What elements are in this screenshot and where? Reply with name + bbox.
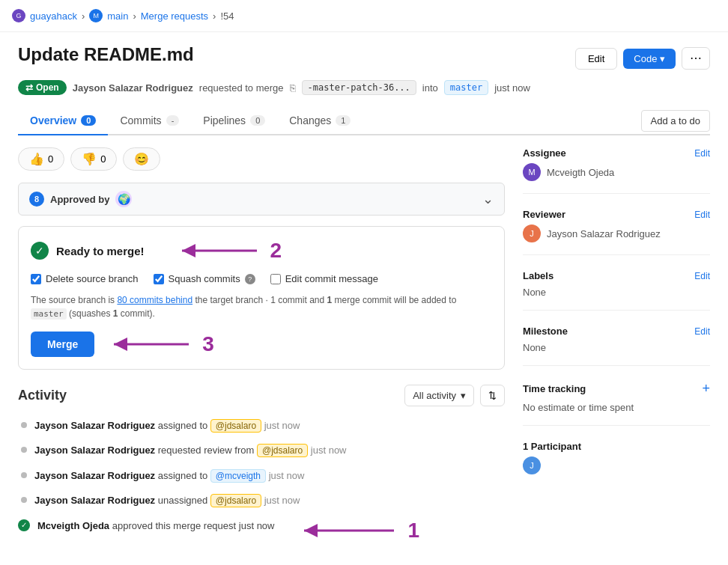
- list-item: ✓ Mcveigth Ojeda approved this merge req…: [18, 519, 505, 543]
- reviewer-label: Reviewer: [523, 209, 565, 220]
- thumbsdown-icon: 👎: [82, 152, 97, 166]
- source-branch: -master-patch-36...: [302, 80, 416, 95]
- participants-label: 1 Participant: [523, 441, 581, 452]
- mr-time: just now: [494, 82, 530, 94]
- approved-dot: ✓: [18, 519, 30, 531]
- world-icon: 🌍: [115, 191, 132, 207]
- delete-source-checkbox[interactable]: [31, 274, 41, 284]
- activity-title: Activity: [18, 388, 67, 403]
- time-tracking-label: Time tracking: [523, 383, 586, 394]
- activity-text: Jayson Salazar Rodriguez assigned to @mc…: [34, 468, 304, 483]
- emoji-vote[interactable]: 😊: [123, 147, 160, 171]
- milestone-value: None: [523, 342, 546, 353]
- tab-pipelines[interactable]: Pipelines 0: [191, 107, 277, 135]
- edit-button[interactable]: Edit: [575, 48, 617, 70]
- sidebar-time-section: Time tracking + No estimate or time spen…: [523, 381, 710, 426]
- breadcrumb-avatar2: M: [89, 9, 103, 22]
- labels-edit-button[interactable]: Edit: [694, 271, 710, 281]
- reviewer-edit-button[interactable]: Edit: [694, 210, 710, 220]
- labels-value: None: [523, 287, 546, 298]
- activity-text: Jayson Salazar Rodriguez assigned to @jd…: [34, 418, 300, 433]
- thumbsdown-count: 0: [100, 153, 106, 165]
- into-text: into: [422, 82, 438, 94]
- copy-icon: ⎘: [290, 82, 296, 94]
- merge-box: ✓ Ready to merge! 2: [18, 226, 505, 370]
- activity-dot: [21, 497, 27, 503]
- mr-author: Jayson Salazar Rodriguez: [73, 82, 193, 94]
- labels-label: Labels: [523, 270, 553, 281]
- thumbsup-icon: 👍: [29, 152, 44, 166]
- mr-action: requested to merge: [199, 82, 284, 94]
- activity-dot: [21, 447, 27, 453]
- squash-commits-checkbox-label[interactable]: Squash commits ?: [154, 273, 255, 284]
- activity-text: Jayson Salazar Rodriguez requested revie…: [34, 443, 347, 458]
- approved-dropdown[interactable]: ⌄: [482, 191, 494, 207]
- commits-behind-link[interactable]: 80 commits behind: [117, 295, 192, 305]
- breadcrumb-avatar: G: [12, 9, 25, 22]
- sidebar-milestone-section: Milestone Edit None: [523, 326, 710, 366]
- list-item: Jayson Salazar Rodriguez assigned to @mc…: [18, 468, 505, 483]
- reviewer-avatar: J: [523, 225, 541, 242]
- breadcrumb-sep1: ›: [82, 10, 85, 22]
- breadcrumb-sep2: ›: [133, 10, 136, 22]
- list-item: Jayson Salazar Rodriguez unassigned @jds…: [18, 493, 505, 508]
- edit-commit-checkbox[interactable]: [270, 274, 281, 284]
- annotation-arrow-1: 1: [297, 519, 419, 543]
- activity-dot: [21, 472, 27, 478]
- merge-info-text: The source branch is 80 commits behind t…: [31, 293, 492, 321]
- edit-commit-checkbox-label[interactable]: Edit commit message: [270, 273, 378, 284]
- delete-source-checkbox-label[interactable]: Delete source branch: [31, 273, 139, 284]
- breadcrumb-org-link[interactable]: guayahack: [30, 10, 77, 22]
- assignee-edit-button[interactable]: Edit: [694, 148, 710, 159]
- badge-open: ⇄ Open: [18, 80, 67, 95]
- activity-list: Jayson Salazar Rodriguez assigned to @jd…: [18, 418, 505, 543]
- sidebar-labels-section: Labels Edit None: [523, 270, 710, 311]
- add-todo-button[interactable]: Add a to do: [641, 110, 711, 132]
- add-time-button[interactable]: +: [702, 381, 710, 397]
- smiley-icon: 😊: [134, 152, 149, 166]
- assignee-avatar: M: [523, 163, 541, 181]
- code-button[interactable]: Code ▾: [623, 49, 676, 69]
- tab-commits[interactable]: Commits -: [108, 107, 191, 135]
- squash-commits-checkbox[interactable]: [154, 274, 164, 284]
- sidebar: Assignee Edit M Mcveigth Ojeda Reviewer …: [523, 147, 710, 553]
- sidebar-participants-section: 1 Participant J: [523, 441, 710, 486]
- merge-status-text: Ready to merge!: [56, 245, 145, 257]
- approved-text: Approved by: [50, 194, 109, 205]
- milestone-label: Milestone: [523, 326, 568, 337]
- breadcrumb-branch-link[interactable]: main: [107, 10, 128, 22]
- breadcrumb-mr-id: !54: [220, 10, 234, 22]
- mr-title: Update README.md: [18, 44, 194, 65]
- list-item: Jayson Salazar Rodriguez requested revie…: [18, 443, 505, 458]
- sidebar-assignee-section: Assignee Edit M Mcveigth Ojeda: [523, 147, 710, 194]
- thumbsdown-vote[interactable]: 👎 0: [70, 147, 117, 171]
- tab-overview[interactable]: Overview 0: [18, 107, 108, 135]
- annotation-arrow-2: 2: [175, 239, 282, 263]
- activity-section: Activity All activity ▾ ⇅: [18, 385, 505, 543]
- squash-help-icon[interactable]: ?: [245, 274, 255, 284]
- activity-filter-select[interactable]: All activity ▾: [404, 385, 474, 406]
- chevron-down-icon: ▾: [461, 390, 466, 401]
- breadcrumb: G guayahack › M main › Merge requests › …: [0, 0, 728, 32]
- more-options-button[interactable]: ⋯: [682, 47, 710, 70]
- sort-button[interactable]: ⇅: [480, 385, 505, 406]
- tab-changes[interactable]: Changes 1: [277, 107, 363, 135]
- vote-row: 👍 0 👎 0 😊: [18, 147, 505, 171]
- approved-count: 8: [29, 192, 44, 207]
- merge-button[interactable]: Merge: [31, 332, 94, 357]
- mr-meta: ⇄ Open Jayson Salazar Rodriguez requeste…: [18, 80, 710, 95]
- reviewer-name: Jayson Salazar Rodriguez: [547, 228, 661, 239]
- sort-icon: ⇅: [488, 390, 497, 401]
- target-branch: master: [444, 80, 488, 95]
- breadcrumb-sep3: ›: [213, 10, 216, 22]
- breadcrumb-section-link[interactable]: Merge requests: [141, 10, 208, 22]
- activity-dot: [21, 422, 27, 428]
- milestone-edit-button[interactable]: Edit: [694, 326, 710, 337]
- annotation-arrow-3: 3: [106, 332, 214, 356]
- activity-text: Jayson Salazar Rodriguez unassigned @jds…: [34, 493, 300, 508]
- activity-text: Mcveigth Ojeda approved this merge reque…: [37, 519, 274, 534]
- merge-ready-icon: ✓: [31, 242, 49, 260]
- list-item: Jayson Salazar Rodriguez assigned to @jd…: [18, 418, 505, 433]
- thumbsup-count: 0: [48, 153, 53, 165]
- thumbsup-vote[interactable]: 👍 0: [18, 147, 64, 171]
